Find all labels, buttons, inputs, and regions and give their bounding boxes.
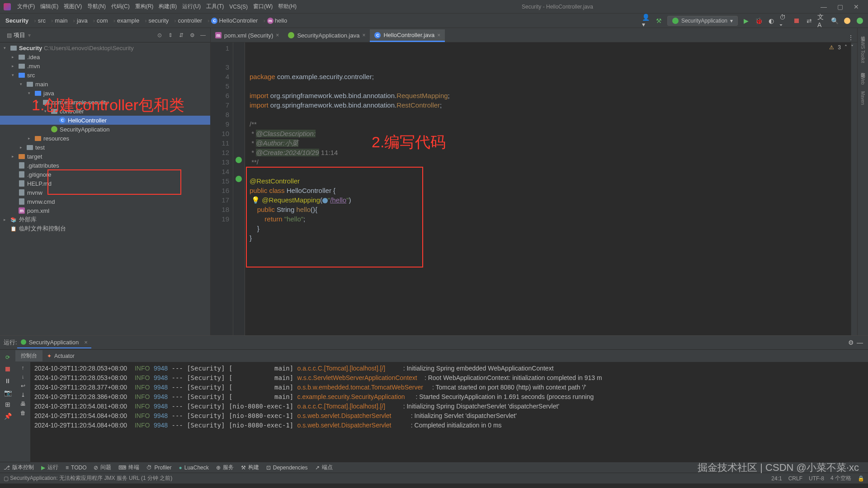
indent-info[interactable]: 4 个空格 <box>830 474 851 482</box>
menu-file[interactable]: 文件(F) <box>14 3 38 10</box>
profile-button[interactable]: ⏱▾ <box>779 16 788 25</box>
search-icon[interactable]: 🔍 <box>830 16 839 25</box>
gutter-spring-icon[interactable] <box>236 176 242 182</box>
up-icon[interactable]: ↑ <box>22 365 24 371</box>
close-icon[interactable]: × <box>276 32 279 38</box>
menu-window[interactable]: 窗口(W) <box>250 3 275 10</box>
menu-refactor[interactable]: 重构(R) <box>132 3 156 10</box>
select-opened-icon[interactable]: ⊙ <box>155 31 164 40</box>
gear-icon[interactable]: ⚙ <box>188 31 197 40</box>
pin-icon[interactable]: 📌 <box>3 412 12 421</box>
terminal-tool[interactable]: ⌨终端 <box>118 464 139 471</box>
file-encoding[interactable]: UTF-8 <box>809 475 824 482</box>
menu-edit[interactable]: 编辑(E) <box>38 3 61 10</box>
layout-icon[interactable]: ⊞ <box>3 400 12 409</box>
rerun-button[interactable]: ⟳ <box>5 354 10 361</box>
tree-mvn[interactable]: ▸.mvn <box>0 61 210 70</box>
todo-tool[interactable]: ≡TODO <box>66 465 86 471</box>
tab-hello-controller[interactable]: CHelloController.java× <box>370 29 445 42</box>
hide-icon[interactable]: — <box>198 31 208 40</box>
profiler-tool[interactable]: ⏱Profiler <box>146 465 171 471</box>
tree-src[interactable]: ▾src <box>0 70 210 80</box>
tree-idea[interactable]: ▸.idea <box>0 52 210 61</box>
editor-scrollbar[interactable] <box>851 42 857 335</box>
clear-icon[interactable]: 🗑 <box>20 410 26 416</box>
gutter-spring-icon[interactable] <box>236 157 242 163</box>
menu-view[interactable]: 视图(V) <box>61 3 85 10</box>
tree-mvnwcmd[interactable]: mvnw.cmd <box>0 197 210 206</box>
endpoints-tool[interactable]: ↗端点 <box>315 464 333 471</box>
lock-icon[interactable]: 🔒 <box>858 475 864 482</box>
aws-toolkit-tool[interactable]: AWS Toolkit <box>860 39 865 63</box>
crumb-security[interactable]: security <box>148 17 169 24</box>
hide-icon[interactable]: — <box>855 338 864 347</box>
tree-pom[interactable]: mpom.xml <box>0 206 210 215</box>
menu-run[interactable]: 运行(U) <box>179 3 203 10</box>
menu-vcs[interactable]: VCS(S) <box>226 4 250 10</box>
tree-resources[interactable]: ▸resources <box>0 134 210 143</box>
avatar-orange[interactable] <box>843 16 852 25</box>
crumb-example[interactable]: example <box>117 17 139 24</box>
code-area[interactable]: 2.编写代码 package com.example.security.cont… <box>245 42 851 335</box>
run-config-selector[interactable]: SecurityApplication ▾ <box>667 16 738 26</box>
run-button[interactable]: ▶ <box>741 16 750 25</box>
stop-button[interactable] <box>792 16 801 25</box>
dependencies-tool[interactable]: ⊡Dependencies <box>266 465 308 471</box>
tab-pom[interactable]: mpom.xml (Security)× <box>211 29 283 42</box>
project-header-title[interactable]: 项目 <box>14 31 25 39</box>
run-tool[interactable]: ▶运行 <box>41 464 58 471</box>
tree-scratch[interactable]: 📋临时文件和控制台 <box>0 224 210 233</box>
run-tab-app[interactable]: SecurityApplication × <box>17 337 91 348</box>
menu-tools[interactable]: 工具(T) <box>203 3 226 10</box>
crumb-src[interactable]: src <box>38 17 46 24</box>
chevron-down-icon[interactable]: ▾ <box>28 32 31 38</box>
luacheck-tool[interactable]: ●LuaCheck <box>179 465 208 471</box>
stop-button[interactable] <box>3 365 12 374</box>
actuator-tab[interactable]: ✦Actuator <box>42 353 79 359</box>
vcs-tool[interactable]: ⎇版本控制 <box>4 464 34 471</box>
user-icon[interactable]: 👤▾ <box>642 16 651 25</box>
maximize-button[interactable]: ▢ <box>832 2 848 12</box>
print-icon[interactable]: 🖶 <box>20 401 26 407</box>
minimize-button[interactable]: — <box>816 2 832 12</box>
tree-main[interactable]: ▾main <box>0 80 210 89</box>
tab-security-app[interactable]: SecurityApplication.java× <box>283 29 370 42</box>
prev-highlight-icon[interactable]: ˄ <box>844 44 847 51</box>
crumb-project[interactable]: Security <box>4 17 30 24</box>
close-icon[interactable]: × <box>84 339 88 346</box>
build-tool[interactable]: ⚒构建 <box>241 464 259 471</box>
maven-tool[interactable]: Maven <box>860 91 865 105</box>
down-icon[interactable]: ↓ <box>22 374 24 380</box>
editor[interactable]: ⚠3 ˄ ˅ 1 345678910111213141516171819 2.编… <box>211 42 857 335</box>
tab-options-icon[interactable]: ⋮ <box>846 33 855 42</box>
problems-tool[interactable]: ⊘问题 <box>94 464 111 471</box>
crumb-method[interactable]: hello <box>275 17 287 24</box>
scroll-end-icon[interactable]: ⤓ <box>21 392 25 398</box>
line-separator[interactable]: CRLF <box>788 475 802 482</box>
tree-gitattr[interactable]: .gitattributes <box>0 161 210 170</box>
coverage-button[interactable]: ◐ <box>767 16 776 25</box>
web-tool[interactable]: Web <box>860 75 865 84</box>
menu-build[interactable]: 构建(B) <box>156 3 179 10</box>
gear-icon[interactable]: ⚙ <box>846 338 855 347</box>
git-button[interactable]: ⇄ <box>805 16 814 25</box>
avatar-green[interactable] <box>855 16 864 25</box>
endpoint-hint-icon[interactable] <box>322 198 328 203</box>
menu-help[interactable]: 帮助(H) <box>275 3 299 10</box>
tree-test[interactable]: ▸test <box>0 143 210 152</box>
crumb-com[interactable]: com <box>97 17 108 24</box>
caret-position[interactable]: 24:1 <box>771 475 782 482</box>
debug-button[interactable]: 🐞 <box>754 16 763 25</box>
services-tool[interactable]: ⊕服务 <box>216 464 234 471</box>
locale-icon[interactable]: 文A <box>817 16 826 25</box>
camera-icon[interactable]: 📷 <box>3 388 12 397</box>
close-icon[interactable]: × <box>362 32 365 38</box>
tree-ext-libs[interactable]: ▸📚外部库 <box>0 215 210 224</box>
close-button[interactable]: ✕ <box>848 2 864 12</box>
inspection-bar[interactable]: ⚠3 ˄ ˅ <box>829 44 854 51</box>
expand-all-icon[interactable]: ⇕ <box>166 31 175 40</box>
menu-code[interactable]: 代码(C) <box>108 3 132 10</box>
next-highlight-icon[interactable]: ˅ <box>851 44 854 51</box>
project-tree[interactable]: 1.创建controller包和类 ▾Security C:\Users\Len… <box>0 42 210 335</box>
build-hammer-icon[interactable]: ⚒ <box>655 16 664 25</box>
